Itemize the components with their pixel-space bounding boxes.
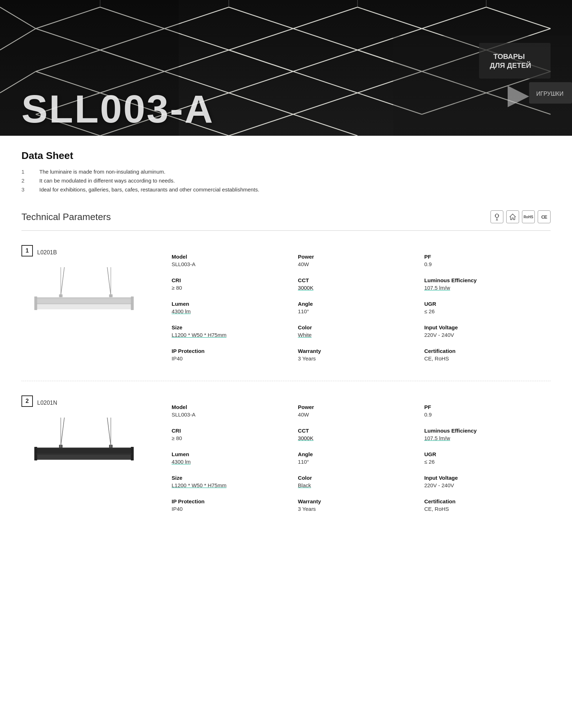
datasheet-section: Data Sheet 1 The luminaire is made from …	[21, 150, 551, 193]
spec-cert-label-1: Certification CE, RoHS	[424, 343, 551, 367]
spec-size-label-2: Size L1200 * W50 * H75mm	[172, 470, 298, 493]
spec-power-label-2: Power 40W	[298, 399, 424, 423]
luminaire-diagram-1	[21, 267, 143, 335]
feature-text-1: The luminaire is made from non-insulatin…	[39, 169, 166, 175]
features-list: 1 The luminaire is made from non-insulat…	[21, 169, 551, 193]
spec-cct-label-1: CCT 3000K	[298, 272, 424, 296]
spec-ip-label-2: IP Protection IP40	[172, 493, 298, 517]
cert-icon-electric	[490, 210, 503, 223]
spec-ugr-label-2: UGR ≤ 26	[424, 446, 551, 470]
feature-item-1: 1 The luminaire is made from non-insulat…	[21, 169, 551, 175]
specs-grid-2: Model SLL003-A Power 40W PF 0.9 CRI ≥ 80	[172, 399, 551, 517]
cert-icon-rohs: RoHS	[522, 210, 535, 223]
feature-text-2: It can be modulated in different ways ac…	[39, 178, 175, 184]
svg-text:ДЛЯ ДЕТЕЙ: ДЛЯ ДЕТЕЙ	[490, 61, 531, 69]
spec-angle-label-1: Angle 110°	[298, 296, 424, 319]
svg-text:ТОВАРЫ: ТОВАРЫ	[493, 53, 525, 60]
spec-cri-label-2: CRI ≥ 80	[172, 423, 298, 446]
spec-pf-label-2: PF 0.9	[424, 399, 551, 423]
svg-rect-89	[34, 447, 37, 460]
specs-grid-1: Model SLL003-A Power 40W PF 0.9 CRI ≥ 80	[172, 249, 551, 367]
product-num-2: 2	[21, 395, 33, 407]
spec-power-label-1: Power 40W	[298, 249, 424, 272]
product-section-2: 2 L0201N	[21, 395, 551, 517]
spec-pf-label-1: PF 0.9	[424, 249, 551, 272]
divider-solid	[21, 230, 551, 231]
spec-luminous-label-2: Luminous Efficiency 107.5 lm/w	[424, 423, 551, 446]
spec-angle-label-2: Angle 110°	[298, 446, 424, 470]
product-code-2: L0201N	[37, 400, 57, 406]
hero-section: ТОВАРЫ ДЛЯ ДЕТЕЙ ИГРУШКИ SLL003-A	[0, 0, 572, 136]
spec-lumen-label-1: Lumen 4300 lm	[172, 296, 298, 319]
luminaire-diagram-2	[21, 418, 143, 485]
svg-rect-57	[479, 43, 551, 79]
tech-header: Technical Parameters RoHS CE	[21, 210, 551, 223]
feature-item-2: 2 It can be modulated in different ways …	[21, 178, 551, 184]
feature-text-3: Ideal for exhibitions, galleries, bars, …	[39, 186, 259, 193]
spec-cert-label-2: Certification CE, RoHS	[424, 493, 551, 517]
product-section-1: 1 L0201B	[21, 245, 551, 367]
cert-icon-ce: CE	[538, 210, 551, 223]
spec-warranty-label-2: Warranty 3 Years	[298, 493, 424, 517]
feature-num-1: 1	[21, 169, 39, 175]
spec-luminous-label-1: Luminous Efficiency 107.5 lm/w	[424, 272, 551, 296]
color-value-1: White	[298, 332, 420, 338]
main-content: Data Sheet 1 The luminaire is made from …	[0, 136, 572, 538]
spec-voltage-label-1: Input Voltage 220V - 240V	[424, 319, 551, 343]
spec-model-label-1: Model SLL003-A	[172, 249, 298, 272]
product-code-1: L0201B	[37, 249, 57, 256]
spec-ip-label-1: IP Protection IP40	[172, 343, 298, 367]
color-value-2: Black	[298, 482, 420, 488]
spec-model-label-2: Model SLL003-A	[172, 399, 298, 423]
svg-rect-76	[36, 304, 132, 309]
spec-lumen-label-2: Lumen 4300 lm	[172, 446, 298, 470]
cert-icons-group: RoHS CE	[490, 210, 551, 223]
product-specs-1: Model SLL003-A Power 40W PF 0.9 CRI ≥ 80	[157, 245, 551, 367]
svg-rect-88	[36, 455, 132, 460]
product-left-1: 1 L0201B	[21, 245, 157, 367]
divider-dashed	[21, 381, 551, 381]
spec-voltage-label-2: Input Voltage 220V - 240V	[424, 470, 551, 493]
product-label-row-2: 2 L0201N	[21, 395, 157, 410]
svg-line-71	[61, 267, 64, 296]
product-num-1: 1	[21, 245, 33, 256]
hero-title: SLL003-A	[21, 89, 214, 129]
svg-text:ИГРУШКИ: ИГРУШКИ	[536, 91, 563, 97]
svg-line-72	[107, 267, 111, 296]
spec-cct-label-2: CCT 3000K	[298, 423, 424, 446]
product-specs-2: Model SLL003-A Power 40W PF 0.9 CRI ≥ 80	[157, 395, 551, 517]
spec-color-label-2: Color Black	[298, 470, 424, 493]
datasheet-title: Data Sheet	[21, 150, 551, 161]
svg-line-84	[107, 418, 111, 446]
cert-icon-home	[506, 210, 519, 223]
svg-line-83	[61, 418, 64, 446]
spec-cri-label-1: CRI ≥ 80	[172, 272, 298, 296]
spec-ugr-label-1: UGR ≤ 26	[424, 296, 551, 319]
spec-color-label-1: Color White	[298, 319, 424, 343]
feature-num-2: 2	[21, 178, 39, 184]
feature-num-3: 3	[21, 186, 39, 193]
spec-size-label-1: Size L1200 * W50 * H75mm	[172, 319, 298, 343]
product-left-2: 2 L0201N	[21, 395, 157, 517]
svg-rect-90	[131, 447, 134, 460]
product-label-row-1: 1 L0201B	[21, 245, 157, 260]
tech-params-title: Technical Parameters	[21, 211, 111, 223]
svg-marker-70	[510, 214, 516, 220]
feature-item-3: 3 Ideal for exhibitions, galleries, bars…	[21, 186, 551, 193]
spec-warranty-label-1: Warranty 3 Years	[298, 343, 424, 367]
